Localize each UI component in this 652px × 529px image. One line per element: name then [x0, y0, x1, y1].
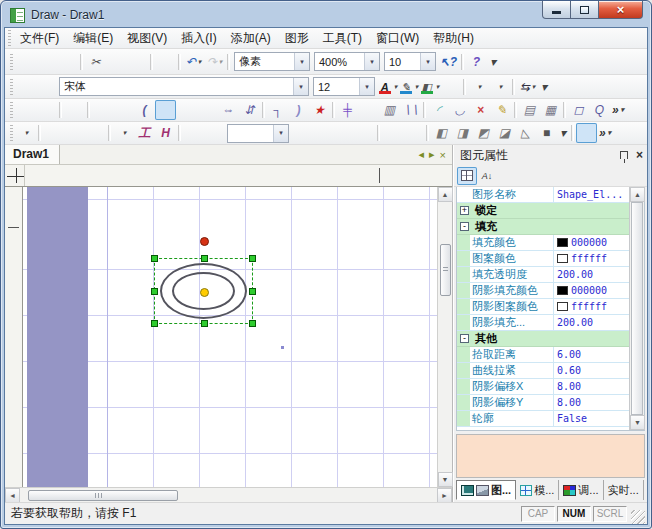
toolbar-grip[interactable] [10, 125, 13, 141]
toolbar-overflow-icon[interactable]: » ▾ [610, 100, 626, 120]
overflow-drop-icon[interactable]: ▾ [538, 77, 550, 97]
line-tool-icon[interactable] [64, 100, 85, 120]
curve-tool-icon[interactable]: ) [288, 100, 309, 120]
zoom-combobox[interactable]: 400% ▾ [314, 52, 380, 71]
pin-icon[interactable] [620, 151, 628, 159]
flip-vertical-icon[interactable]: ◨ [452, 123, 473, 143]
menu-item[interactable]: 视图(V) [120, 28, 174, 49]
updown-arrow-icon[interactable]: ⇵ [239, 100, 260, 120]
separator[interactable]: 阴影偏移X 8.00 [457, 379, 629, 395]
resize-handle-w[interactable] [151, 288, 158, 295]
document-tab[interactable]: Draw1 [5, 145, 60, 164]
dropdown-arrow-icon[interactable]: ▾ [123, 129, 127, 137]
expand-toggle-icon[interactable]: - [460, 222, 469, 231]
resize-handle-n[interactable] [201, 255, 208, 262]
vertical-scrollbar[interactable]: ▲ ▼ [437, 187, 452, 487]
menu-item[interactable]: 文件(F) [13, 28, 66, 49]
u-curve-icon[interactable]: ◡ [449, 100, 470, 120]
rotate-left-icon[interactable] [382, 123, 403, 143]
sort-alphabetical-button[interactable]: A↓ [477, 167, 497, 185]
rotation-handle-dot[interactable] [200, 237, 209, 246]
vertical-scroll-thumb[interactable] [440, 244, 451, 296]
scroll-up-icon[interactable]: ▲ [630, 187, 645, 202]
chevron-down-icon[interactable]: ▾ [359, 78, 374, 95]
property-value-cell[interactable]: 8.00 [553, 395, 629, 410]
context-help-icon[interactable]: ↖? [438, 52, 459, 72]
tab-modules[interactable]: 模... [516, 480, 559, 500]
freeform-icon[interactable]: ◜ [428, 100, 449, 120]
menu-item[interactable]: 工具(T) [316, 28, 369, 49]
toolbar-grip[interactable] [10, 79, 13, 95]
distribute-icon[interactable]: ▾ [113, 123, 134, 143]
scroll-down-icon[interactable]: ▼ [630, 415, 645, 430]
chevron-down-icon[interactable]: ▾ [364, 53, 379, 70]
callout-icon[interactable]: ◻ [568, 100, 589, 120]
chevron-down-icon[interactable]: ▾ [294, 53, 309, 70]
toolbar-grip[interactable] [10, 54, 13, 70]
callout-round-icon[interactable]: Q [589, 100, 610, 120]
property-value-cell[interactable]: 6.00 [553, 347, 629, 362]
separator[interactable]: 阴影偏移Y 8.00 [457, 395, 629, 411]
separator[interactable]: + 锁定 [457, 203, 629, 219]
categorized-view-button[interactable] [457, 167, 477, 185]
scroll-right-icon[interactable]: ► [437, 488, 452, 503]
font-color-icon[interactable]: A ▾ [377, 77, 398, 97]
bring-forward-icon[interactable] [333, 123, 354, 143]
chevron-down-icon[interactable]: ▾ [273, 125, 288, 142]
dropdown-arrow-icon[interactable]: ▾ [621, 106, 625, 114]
help-icon[interactable]: ? [466, 52, 487, 72]
scroll-up-icon[interactable]: ▲ [438, 187, 453, 202]
resize-handle-e[interactable] [249, 288, 256, 295]
ungroup-icon[interactable] [204, 123, 225, 143]
same-width-icon[interactable] [43, 123, 64, 143]
minimize-button[interactable] [542, 1, 571, 19]
resize-handle-ne[interactable] [249, 255, 256, 262]
undo-icon[interactable]: ↶ ▾ [183, 52, 204, 72]
separator[interactable]: 轮廓 False [457, 411, 629, 427]
panel-close-icon[interactable]: × [636, 149, 643, 161]
menu-item[interactable]: 编辑(E) [66, 28, 120, 49]
property-value-cell[interactable]: Shape_El... [553, 187, 629, 202]
pencil-icon[interactable]: ✎ [491, 100, 512, 120]
ellipse-tall-tool-icon[interactable] [113, 100, 134, 120]
roundrect-tool-icon[interactable] [197, 100, 218, 120]
same-size-icon[interactable] [85, 123, 106, 143]
separator[interactable]: 拾取距离 6.00 [457, 347, 629, 363]
dropdown-arrow-icon[interactable]: ▾ [25, 129, 29, 137]
menu-item[interactable]: 帮助(H) [426, 28, 481, 49]
separator[interactable]: 图形名称 Shape_El... [457, 187, 629, 203]
layer-combobox[interactable]: ▾ [227, 124, 289, 143]
drawing-canvas[interactable] [23, 187, 437, 487]
property-value-cell[interactable]: 200.00 [553, 267, 629, 282]
ellipse-tool-icon[interactable] [155, 100, 176, 120]
unit-combobox[interactable]: 像素 ▾ [234, 52, 310, 71]
dropdown-arrow-icon[interactable]: ▾ [394, 83, 398, 91]
align-left-icon[interactable]: ▾ [15, 123, 36, 143]
dropdown-arrow-icon[interactable]: ▾ [219, 58, 223, 66]
line-color-icon[interactable]: ✎ ▾ [398, 77, 419, 97]
tab-close-icon[interactable]: × [440, 149, 446, 161]
property-value-cell[interactable]: 000000 [553, 283, 629, 298]
redo-icon[interactable]: ↷ ▾ [204, 52, 225, 72]
star-tool-icon[interactable]: ★ [309, 100, 330, 120]
separator[interactable]: 阴影填充颜色 000000 [457, 283, 629, 299]
separator[interactable]: 填充透明度 200.00 [457, 267, 629, 283]
toolbar-grip[interactable] [10, 102, 13, 118]
arc-tool-icon[interactable]: ( [134, 100, 155, 120]
wordart-icon[interactable] [36, 100, 57, 120]
toolbar-grip[interactable] [8, 30, 11, 46]
resize-handle-nw[interactable] [151, 255, 158, 262]
menu-item[interactable]: 添加(A) [224, 28, 278, 49]
dropdown-arrow-icon[interactable]: ▾ [198, 58, 202, 66]
property-value-cell[interactable]: 0.60 [553, 363, 629, 378]
tab-prev-icon[interactable]: ◂ [419, 148, 425, 161]
more-drop-icon[interactable]: ▾ [557, 123, 569, 143]
bring-to-front-icon[interactable] [291, 123, 312, 143]
send-backward-icon[interactable] [354, 123, 375, 143]
tab-properties[interactable]: 图... [456, 480, 516, 500]
property-value-cell[interactable]: ffffff [553, 251, 629, 266]
arrowheads-icon[interactable]: ⇆ ▾ [517, 77, 538, 97]
dropdown-arrow-icon[interactable]: ▾ [478, 83, 482, 91]
new-icon[interactable] [15, 52, 36, 72]
property-value-cell[interactable]: ffffff [553, 299, 629, 314]
